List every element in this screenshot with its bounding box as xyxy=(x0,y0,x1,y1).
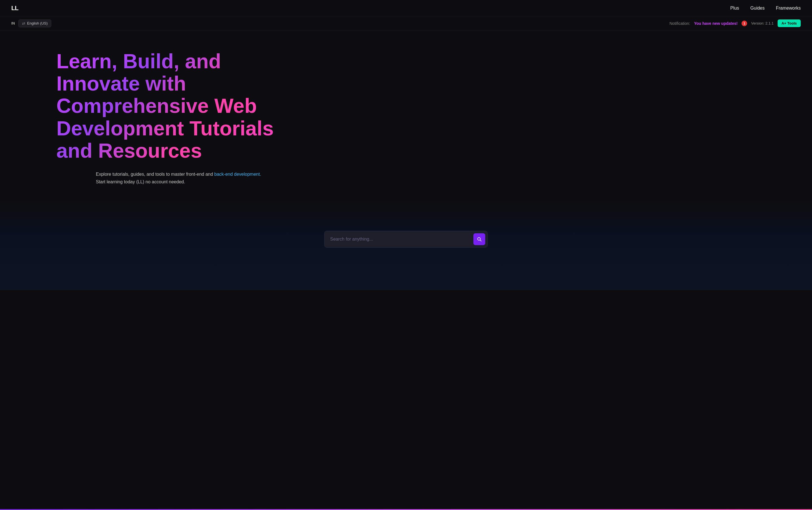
hero-subtitle-line1: Explore tutorials, guides, and tools to … xyxy=(96,172,214,177)
hero-title: Learn, Build, and Innovate with Comprehe… xyxy=(56,50,310,162)
search-container xyxy=(324,231,488,248)
language-button[interactable]: ⇄ English (US) xyxy=(18,20,51,27)
notification-badge: 1 xyxy=(742,21,747,26)
secondary-left: IN ⇄ English (US) xyxy=(11,20,51,27)
locale-indicator: IN xyxy=(11,21,15,25)
secondary-right: Notification: You have new updates! 1 Ve… xyxy=(670,20,801,27)
language-label: English (US) xyxy=(27,21,48,25)
search-icon xyxy=(477,237,482,242)
notification-text[interactable]: You have new updates! xyxy=(694,21,738,26)
nav-link-frameworks[interactable]: Frameworks xyxy=(776,6,801,11)
hero-subtitle-line2: Start learning today (LL) no account nee… xyxy=(96,179,185,184)
search-section xyxy=(0,200,812,290)
nav-link-guides[interactable]: Guides xyxy=(750,6,764,11)
translate-icon: ⇄ xyxy=(22,21,25,26)
secondary-bar: IN ⇄ English (US) Notification: You have… xyxy=(0,17,812,30)
hero-subtitle-highlight: back-end development. xyxy=(214,172,261,177)
search-button[interactable] xyxy=(473,233,485,245)
nav-links: Plus Guides Frameworks xyxy=(730,6,801,11)
hero-subtitle: Explore tutorials, guides, and tools to … xyxy=(96,170,265,186)
logo: LL xyxy=(11,4,18,12)
notification-label: Notification: xyxy=(670,21,690,26)
search-input[interactable] xyxy=(330,237,471,242)
hero-section: Learn, Build, and Innovate with Comprehe… xyxy=(0,30,812,200)
version-text: Version: 2.1.1 xyxy=(751,21,774,25)
top-nav: LL Plus Guides Frameworks xyxy=(0,0,812,17)
nav-link-plus[interactable]: Plus xyxy=(730,6,739,11)
aplus-tools-button[interactable]: A+ Tools xyxy=(778,20,801,27)
svg-line-1 xyxy=(480,240,481,241)
